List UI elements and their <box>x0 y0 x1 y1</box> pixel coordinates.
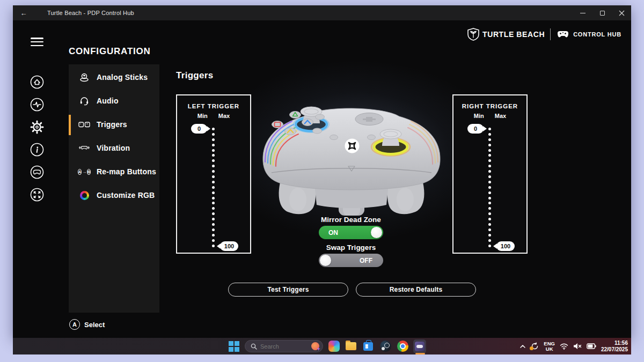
desktop: ← Turtle Beach - PDP Control Hub <box>0 0 644 362</box>
rgb-ring-icon <box>78 190 90 201</box>
minimize-button[interactable] <box>573 5 592 20</box>
windows-taskbar: ENGUK 11:5622/07/2025 <box>13 338 631 354</box>
taskbar-search[interactable] <box>245 340 323 352</box>
a-button-icon: A <box>69 319 80 330</box>
gamepad-select-hint: A Select <box>69 319 105 330</box>
minimize-icon <box>580 13 586 13</box>
settings-gear-icon[interactable] <box>30 120 44 134</box>
control-hub-controller-icon <box>556 29 570 39</box>
active-app-indicator <box>415 353 425 354</box>
menu-item-label: Analog Sticks <box>97 73 148 82</box>
maximize-icon <box>600 11 605 16</box>
controller-image <box>247 82 456 217</box>
swap-triggers-toggle[interactable]: OFF <box>319 254 383 267</box>
swap-triggers-label: Swap Triggers <box>281 243 421 252</box>
headset-icon <box>78 95 90 106</box>
menu-item-label: Audio <box>97 97 119 105</box>
right-trigger-min-handle[interactable]: 0 <box>467 124 484 134</box>
control-hub-taskbar-icon[interactable] <box>413 340 426 353</box>
menu-item-remap-buttons[interactable]: A→B Re-map Buttons <box>69 160 159 183</box>
remap-icon: A→B <box>78 166 90 177</box>
max-label: Max <box>218 113 230 119</box>
battery-icon[interactable] <box>587 343 596 349</box>
left-trigger-track[interactable] <box>212 128 215 247</box>
language-indicator[interactable]: ENGUK <box>544 341 555 352</box>
toggle-knob <box>320 255 331 266</box>
toggle-knob <box>371 227 382 238</box>
taskbar-clock[interactable]: 11:5622/07/2025 <box>601 340 628 353</box>
brand-logos: TURTLE BEACH CONTROL HUB <box>467 28 621 41</box>
info-icon[interactable] <box>30 143 44 157</box>
restore-defaults-button[interactable]: Restore Defaults <box>356 283 476 297</box>
left-trigger-min-handle[interactable]: 0 <box>191 124 207 134</box>
mirror-dead-zone-label: Mirror Dead Zone <box>281 216 421 224</box>
min-label: Min <box>474 113 484 119</box>
file-explorer-taskbar-icon[interactable] <box>345 340 357 353</box>
vibration-icon <box>78 143 90 153</box>
windows-logo-icon <box>229 341 239 352</box>
maximize-button[interactable] <box>592 5 612 20</box>
menu-item-label: Re-map Buttons <box>97 167 156 176</box>
left-trigger-title: LEFT TRIGGER <box>177 103 250 109</box>
steam-taskbar-icon[interactable] <box>379 340 392 353</box>
chrome-taskbar-icon[interactable] <box>396 340 409 353</box>
turtle-beach-shield-icon <box>467 28 479 41</box>
brand-divider <box>550 28 551 40</box>
brand-product: CONTROL HUB <box>573 31 621 38</box>
update-sync-icon[interactable] <box>531 342 539 350</box>
brand-name: TURTLE BEACH <box>482 30 545 39</box>
left-trigger-panel: LEFT TRIGGER Min Max 0 100 <box>176 94 251 254</box>
search-highlight-icon <box>311 342 319 350</box>
mirror-dead-zone-toggle[interactable]: ON <box>319 226 383 239</box>
windows-start-button[interactable] <box>228 340 240 353</box>
triggers-icon <box>78 119 90 130</box>
menu-item-label: Customize RGB <box>97 191 155 200</box>
back-icon[interactable]: ← <box>13 9 34 17</box>
title-bar: ← Turtle Beach - PDP Control Hub <box>13 5 631 20</box>
tray-chevron-icon[interactable] <box>519 344 526 349</box>
right-trigger-title: RIGHT TRIGGER <box>453 103 526 109</box>
page-heading: CONFIGURATION <box>69 46 151 57</box>
right-trigger-panel: RIGHT TRIGGER Min Max 0 100 <box>452 94 528 254</box>
window-title: Turtle Beach - PDP Control Hub <box>47 10 134 16</box>
right-trigger-track[interactable] <box>488 128 491 247</box>
expand-arrows-icon[interactable] <box>30 188 44 202</box>
select-hint-label: Select <box>84 321 105 329</box>
analog-stick-icon <box>78 72 90 83</box>
menu-item-analog-sticks[interactable]: Analog Sticks <box>69 65 159 89</box>
right-trigger-max-handle[interactable]: 100 <box>496 241 515 251</box>
section-title: Triggers <box>176 70 213 81</box>
toggle-state-label: ON <box>328 229 338 237</box>
app-window: ← Turtle Beach - PDP Control Hub <box>13 5 631 338</box>
menu-item-label: Triggers <box>97 120 127 129</box>
activity-icon[interactable] <box>30 98 44 112</box>
controller-icon[interactable] <box>30 165 44 179</box>
close-icon <box>619 10 625 16</box>
copilot-taskbar-icon[interactable] <box>327 340 340 353</box>
max-label: Max <box>495 113 506 119</box>
menu-item-label: Vibration <box>97 144 130 152</box>
configuration-menu: Analog Sticks Audio Triggers Vibration <box>69 64 159 313</box>
min-label: Min <box>197 113 208 119</box>
toggle-state-label: OFF <box>360 257 372 264</box>
menu-item-audio[interactable]: Audio <box>69 89 159 113</box>
wifi-icon[interactable] <box>560 343 568 350</box>
search-input[interactable] <box>260 343 308 350</box>
home-icon[interactable] <box>30 75 44 89</box>
menu-item-customize-rgb[interactable]: Customize RGB <box>69 183 159 207</box>
menu-item-triggers[interactable]: Triggers <box>69 113 159 136</box>
microsoft-store-taskbar-icon[interactable] <box>362 340 375 353</box>
menu-item-vibration[interactable]: Vibration <box>69 136 159 160</box>
search-icon <box>251 343 257 350</box>
left-trigger-max-handle[interactable]: 100 <box>220 241 238 251</box>
test-triggers-button[interactable]: Test Triggers <box>228 283 348 297</box>
hamburger-menu-icon[interactable] <box>31 38 43 46</box>
volume-muted-icon[interactable] <box>573 343 582 350</box>
close-button[interactable] <box>612 5 631 20</box>
